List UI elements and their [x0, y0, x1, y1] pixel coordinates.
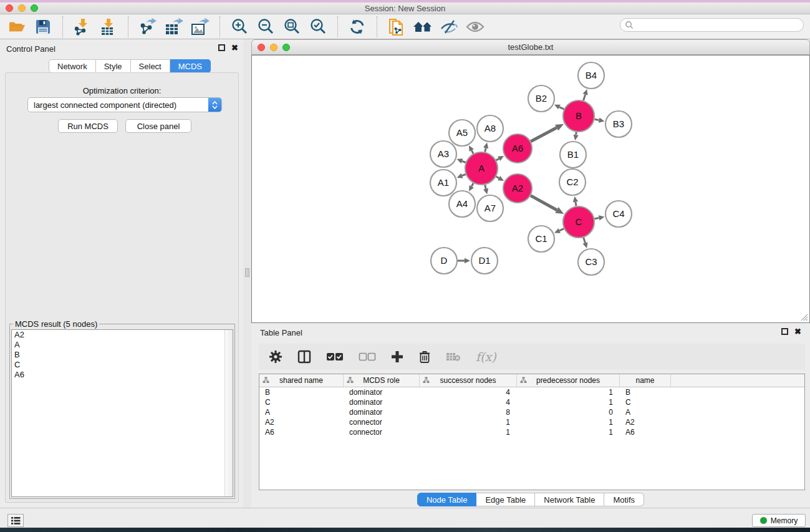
result-list-item[interactable]: A6 — [12, 370, 233, 380]
tab-style[interactable]: Style — [96, 59, 131, 73]
table-row[interactable]: A dominator 8 0 A — [259, 407, 804, 417]
split-table-button[interactable] — [297, 350, 311, 364]
panel-divider[interactable] — [243, 39, 251, 508]
close-panel-button[interactable]: Close panel — [125, 119, 191, 133]
tab-node-table[interactable]: Node Table — [417, 493, 477, 506]
graph-edge-A-A4[interactable] — [471, 183, 473, 186]
save-session-button[interactable] — [30, 16, 56, 38]
graph-node-label-A2: A2 — [512, 183, 523, 193]
graph-node-label-A4: A4 — [456, 198, 468, 209]
search-input[interactable] — [620, 18, 804, 32]
run-mcds-button[interactable]: Run MCDS — [58, 119, 118, 133]
delete-column-button[interactable] — [418, 350, 431, 364]
column-header-successor-nodes[interactable]: successor nodes — [420, 374, 517, 387]
app-title: Session: New Session — [0, 4, 810, 13]
result-list-scrollbar[interactable] — [224, 330, 233, 496]
float-table-panel-icon[interactable] — [781, 328, 788, 335]
hide-all-columns-button[interactable] — [359, 352, 376, 361]
cell-shared-name: B — [259, 387, 344, 397]
graph-edge-C-C4[interactable] — [594, 218, 599, 218]
graph-edge-A-A8[interactable] — [485, 148, 486, 152]
export-table-button[interactable] — [161, 16, 187, 38]
first-neighbors-button[interactable] — [410, 16, 436, 38]
graph-edge-C-C3[interactable] — [584, 238, 586, 243]
column-header-predecessor-nodes[interactable]: predecessor nodes — [517, 374, 620, 387]
result-list-item[interactable]: B — [12, 350, 233, 360]
close-panel-icon[interactable]: ✖ — [231, 44, 238, 51]
tab-edge-table[interactable]: Edge Table — [476, 493, 535, 506]
graph-edge-C-C1[interactable] — [559, 229, 564, 231]
function-builder-button[interactable]: f(x) — [476, 350, 496, 364]
result-list-item[interactable]: A2 — [12, 330, 233, 340]
mcds-result-box: MCDS result (5 nodes) A2 A B C A6 — [9, 319, 235, 499]
graph-edge-B-B1[interactable] — [576, 132, 577, 135]
zoom-fit-button[interactable] — [279, 16, 305, 38]
optimization-criterion-dropdown[interactable]: largest connected component (directed) — [27, 97, 222, 112]
graph-edge-A-A1[interactable] — [462, 175, 466, 176]
show-all-columns-button[interactable] — [326, 352, 344, 361]
graph-edge-B-B3[interactable] — [594, 119, 599, 120]
graph-edge-B-B4[interactable] — [584, 95, 586, 101]
graph-edge-A2-C[interactable] — [531, 196, 557, 210]
column-header-name[interactable]: name — [620, 374, 671, 387]
zoom-selected-button[interactable] — [305, 16, 331, 38]
zoom-in-button[interactable] — [226, 16, 253, 38]
graph-edge-arrowhead — [457, 173, 463, 178]
network-window-titlebar[interactable]: testGlobe.txt — [251, 39, 810, 55]
hide-selection-button[interactable] — [436, 16, 462, 38]
network-canvas[interactable]: B4B2BB3A5A8A6B1A3AC2A1A2A4A7C4CC1C3DD1 — [251, 55, 810, 323]
result-list-item[interactable]: A — [12, 340, 233, 350]
close-table-panel-icon[interactable]: ✖ — [794, 328, 801, 335]
table-row[interactable]: B dominator 4 1 B — [259, 387, 804, 397]
table-row[interactable]: A2 connector 1 1 A2 — [259, 417, 804, 427]
mcds-result-list[interactable]: A2 A B C A6 — [11, 329, 233, 497]
graph-edge-C-C2[interactable] — [576, 202, 576, 206]
add-column-button[interactable] — [391, 351, 403, 363]
table-row[interactable]: C dominator 4 1 C — [259, 397, 804, 407]
column-header-shared-name[interactable]: shared name — [259, 374, 344, 387]
graph-node-label-A6: A6 — [512, 143, 523, 153]
node-table[interactable]: shared name MCDS role successor nodes pr… — [259, 374, 805, 490]
zoom-out-button[interactable] — [253, 16, 279, 38]
export-network-button[interactable] — [135, 16, 161, 38]
graph-node-label-A1: A1 — [438, 177, 449, 188]
tab-mcds[interactable]: MCDS — [170, 59, 211, 73]
result-list-item[interactable]: C — [12, 360, 233, 370]
delete-table-button[interactable] — [446, 352, 461, 362]
cell-mcds-role: dominator — [344, 407, 420, 417]
tab-select[interactable]: Select — [131, 59, 170, 73]
graph-edge-A-A2[interactable] — [496, 177, 499, 178]
graph-node-label-B2: B2 — [536, 93, 547, 104]
float-panel-icon[interactable] — [218, 44, 225, 51]
unchecked-checkboxes-icon — [359, 352, 376, 361]
show-all-button[interactable] — [462, 16, 488, 38]
table-row[interactable]: A6 connector 1 1 A6 — [259, 427, 804, 437]
tab-motifs[interactable]: Motifs — [604, 493, 644, 506]
divider-handle[interactable] — [245, 268, 249, 277]
column-header-mcds-role[interactable]: MCDS role — [344, 374, 420, 387]
new-network-from-selection-button[interactable] — [383, 16, 410, 38]
graph-edge-A6-B[interactable] — [531, 128, 556, 142]
graph-edge-B-B2[interactable] — [559, 107, 564, 109]
import-table-button[interactable] — [95, 16, 122, 38]
graph-edge-A-A5[interactable] — [471, 150, 473, 153]
export-image-button[interactable] — [187, 16, 213, 38]
table-settings-button[interactable] — [269, 350, 282, 364]
apply-layout-button[interactable] — [344, 16, 370, 38]
import-network-button[interactable] — [69, 16, 95, 38]
mcds-result-title: MCDS result (5 nodes) — [13, 319, 99, 329]
memory-button[interactable]: Memory — [752, 514, 806, 527]
graph-edge-arrowhead — [599, 118, 605, 123]
tab-network[interactable]: Network — [49, 59, 96, 73]
resize-grip-icon[interactable] — [800, 313, 808, 321]
graph-edge-A-A6[interactable] — [496, 158, 499, 160]
cell-shared-name: A — [259, 407, 344, 417]
network-graph: B4B2BB3A5A8A6B1A3AC2A1A2A4A7C4CC1C3DD1 — [252, 56, 809, 322]
task-history-button[interactable] — [7, 514, 24, 527]
graph-edge-A-A3[interactable] — [462, 161, 466, 162]
chevron-up-icon — [212, 101, 218, 105]
open-file-button[interactable] — [4, 16, 30, 38]
graph-node-label-B1: B1 — [567, 149, 579, 160]
tab-network-table[interactable]: Network Table — [535, 493, 604, 506]
graph-edge-A-A7[interactable] — [485, 185, 486, 188]
